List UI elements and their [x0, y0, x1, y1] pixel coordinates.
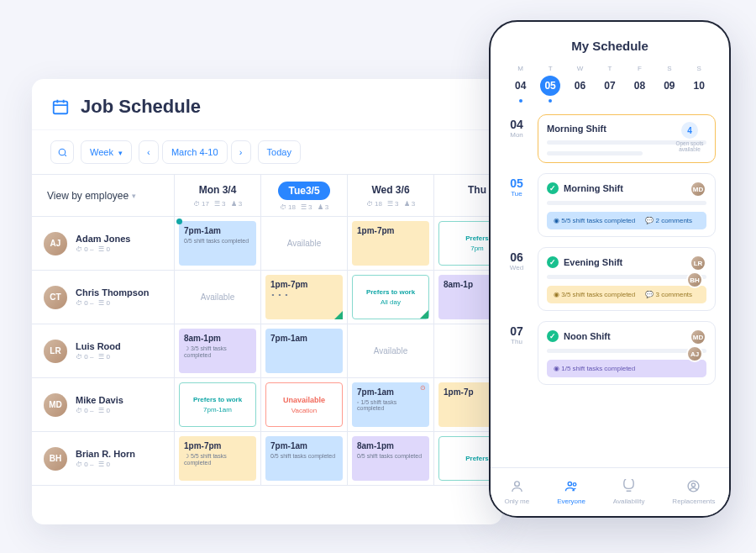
- shift-block[interactable]: 7pm-1am 0/5 shift tasks completed: [265, 436, 343, 481]
- schedule-cell[interactable]: Prefers to work 7pm-1am: [175, 378, 261, 432]
- employee-row-header[interactable]: BH Brian R. Horn ⏱ 0 –☰ 0: [32, 432, 175, 486]
- shift-block[interactable]: 7pm-1am 0/5 shift tasks completed: [179, 221, 256, 266]
- employee-name: Luis Rood: [76, 341, 121, 351]
- schedule-cell[interactable]: 1pm-7pm ⚬ ⚬ ⚬: [261, 271, 348, 324]
- placeholder-line: [547, 349, 706, 353]
- day-row: 05 Tue ✓ Morning Shift MD ◉ 5/5 shift ta…: [504, 173, 716, 237]
- nav-item-everyone[interactable]: Everyone: [557, 479, 585, 505]
- schedule-cell[interactable]: Available: [348, 324, 434, 378]
- schedule-cell[interactable]: 8am-1pm 0/5 shift tasks completed: [348, 432, 434, 486]
- day-label: Thu: [468, 184, 486, 196]
- status-dot: [176, 219, 182, 224]
- shift-block[interactable]: 1pm-7pm ⚬ ⚬ ⚬: [265, 275, 343, 319]
- range-label[interactable]: March 4-10: [162, 140, 228, 164]
- shift-block[interactable]: 1pm-7pm: [352, 221, 429, 266]
- schedule-cell[interactable]: Unavailable Vacation: [261, 378, 348, 432]
- shift-stat-bar: ◉ 5/5 shift tasks completed 💬 2 comments: [547, 212, 706, 229]
- next-range-button[interactable]: ›: [231, 140, 251, 164]
- avatar: BH: [44, 447, 67, 471]
- only-me-icon: [510, 479, 524, 495]
- weekday-number: 04: [511, 76, 531, 96]
- bottom-nav: Only me Everyone Availability Replacemen…: [491, 467, 729, 516]
- nav-item-availability[interactable]: Availability: [613, 479, 645, 505]
- col-header[interactable]: Tue3/5 ⏱ 18☰ 3♟ 3: [261, 175, 348, 217]
- weekday-button[interactable]: M 04: [511, 65, 531, 103]
- employee-name: Mike Davis: [76, 395, 123, 405]
- shift-card[interactable]: Morning Shift 4 Open spots available: [538, 114, 716, 163]
- schedule-cell[interactable]: 8am-1pm ☽ 3/5 shift tasks completed: [175, 324, 261, 378]
- employee-row-header[interactable]: AJ Adam Jones ⏱ 0 –☰ 0: [32, 217, 175, 271]
- shift-time: 7pm-1am: [270, 441, 338, 450]
- placeholder-line: [547, 275, 706, 279]
- preference-block[interactable]: Prefers to work All day: [352, 275, 429, 319]
- today-button[interactable]: Today: [258, 140, 301, 164]
- nav-item-only-me[interactable]: Only me: [504, 479, 529, 505]
- nav-item-replacements[interactable]: Replacements: [672, 479, 715, 505]
- unavailable-block[interactable]: Unavailable Vacation: [265, 382, 343, 427]
- day-date-label: 05 Tue: [504, 173, 529, 237]
- shift-tasks: ☽ 3/5 shift tasks completed: [184, 345, 251, 358]
- available-slot[interactable]: Available: [265, 221, 343, 266]
- schedule-cell[interactable]: Available: [261, 217, 348, 271]
- shift-block[interactable]: 1pm-7pm ☽ 5/5 shift tasks completed: [179, 436, 256, 481]
- chevron-down-icon: ▾: [118, 149, 123, 157]
- shift-time: 7pm-1am: [357, 387, 424, 397]
- shift-stat-bar: ◉ 1/5 shift tasks completed: [547, 360, 706, 377]
- preference-block[interactable]: Prefers to work 7pm-1am: [179, 382, 256, 427]
- col-header[interactable]: Mon 3/4 ⏱ 17☰ 3♟ 3: [175, 175, 261, 217]
- weekday-letter: T: [608, 65, 612, 72]
- day-list: 04 Mon Morning Shift 4 Open spots availa…: [504, 114, 716, 385]
- shift-block[interactable]: 8am-1pm ☽ 3/5 shift tasks completed: [179, 329, 256, 373]
- schedule-cell[interactable]: 7pm-1am: [261, 324, 348, 378]
- avatar: AJ: [686, 345, 703, 362]
- weekday-button[interactable]: S 09: [659, 65, 680, 103]
- employee-row-header[interactable]: CT Chris Thompson ⏱ 0 –☰ 0: [32, 271, 175, 324]
- shift-card[interactable]: ✓ Morning Shift MD ◉ 5/5 shift tasks com…: [538, 173, 716, 237]
- check-icon: ✓: [547, 330, 559, 342]
- svg-point-2: [514, 482, 519, 487]
- employee-row-header[interactable]: MD Mike Davis ⏱ 0 –☰ 0: [32, 378, 175, 432]
- employee-stats: ⏱ 0 –☰ 0: [76, 245, 130, 253]
- schedule-cell[interactable]: 7pm-1am 0/5 shift tasks completed: [175, 217, 261, 271]
- range-mode-select[interactable]: Week ▾: [81, 140, 132, 164]
- prev-range-button[interactable]: ‹: [139, 140, 159, 164]
- weekday-button[interactable]: W 06: [570, 65, 591, 103]
- nav-label: Replacements: [672, 498, 715, 505]
- desktop-schedule-window: Job Schedule Week ▾ ‹ March 4-10 › Today…: [32, 79, 502, 524]
- col-header[interactable]: Wed 3/6 ⏱ 18☰ 3♟ 3: [348, 175, 434, 217]
- schedule-cell[interactable]: 7pm-1am 0/5 shift tasks completed: [261, 432, 348, 486]
- day-stats: ⏱ 18☰ 3♟ 3: [353, 200, 428, 208]
- shift-block[interactable]: 8am-1pm 0/5 shift tasks completed: [352, 436, 429, 481]
- schedule-cell[interactable]: Prefers to work All day: [348, 271, 434, 324]
- schedule-cell[interactable]: Available: [175, 271, 261, 324]
- employee-stats: ⏱ 0 –☰ 0: [76, 461, 135, 468]
- weekday-button[interactable]: T 05: [540, 65, 560, 103]
- search-button[interactable]: [50, 140, 74, 164]
- weekday-letter: F: [638, 65, 642, 72]
- weekday-button[interactable]: T 07: [600, 65, 620, 103]
- assignee-avatars: MDAJ: [690, 329, 706, 362]
- employee-name: Brian R. Horn: [76, 449, 135, 459]
- employee-row-header[interactable]: LR Luis Rood ⏱ 0 –☰ 0: [32, 324, 175, 378]
- day-label: Mon 3/4: [199, 184, 237, 196]
- view-by-select[interactable]: View by employee ▾: [32, 175, 175, 217]
- schedule-cell[interactable]: 1pm-7pm ☽ 5/5 shift tasks completed: [175, 432, 261, 486]
- shift-block[interactable]: 7pm-1am: [265, 329, 343, 373]
- shift-block[interactable]: ⊙ 7pm-1am ◦ 1/5 shift tasks completed: [352, 382, 429, 427]
- schedule-cell[interactable]: ⊙ 7pm-1am ◦ 1/5 shift tasks completed: [348, 378, 434, 432]
- avatar: MD: [44, 393, 67, 417]
- shift-card[interactable]: ✓ Evening Shift LRBH ◉ 3/5 shift tasks c…: [538, 247, 716, 311]
- weekday-number: 10: [689, 76, 709, 96]
- week-picker: M 04 T 05 W 06 T 07 F 08 S 09 S 10: [504, 65, 716, 103]
- svg-point-4: [573, 483, 576, 487]
- day-stats: ⏱ 17☰ 3♟ 3: [180, 200, 255, 208]
- available-slot[interactable]: Available: [352, 329, 429, 373]
- available-slot[interactable]: Available: [179, 275, 256, 319]
- employee-name: Chris Thompson: [76, 287, 149, 298]
- weekday-button[interactable]: S 10: [689, 65, 709, 103]
- schedule-cell[interactable]: 1pm-7pm: [348, 217, 434, 271]
- shift-time: 1pm-7pm: [357, 226, 424, 235]
- day-row: 07 Thu ✓ Noon Shift MDAJ ◉ 1/5 shift tas…: [504, 321, 716, 385]
- shift-card[interactable]: ✓ Noon Shift MDAJ ◉ 1/5 shift tasks comp…: [538, 321, 716, 385]
- weekday-button[interactable]: F 08: [629, 65, 649, 103]
